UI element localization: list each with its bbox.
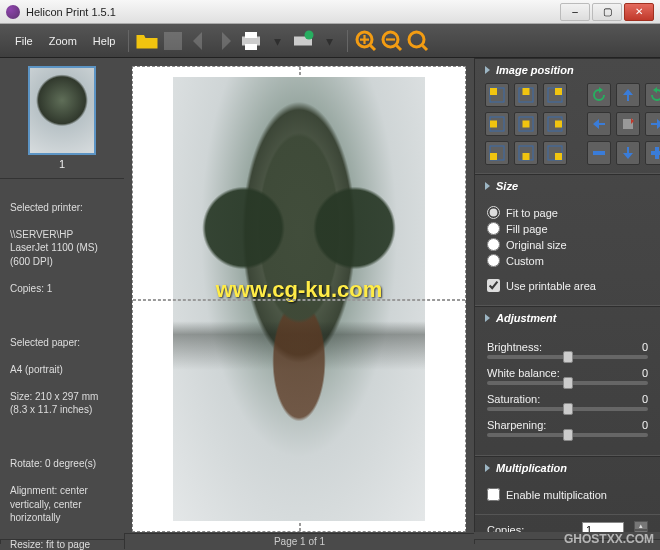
print-setup-drop-icon[interactable]: ▾ (317, 29, 341, 53)
svg-rect-0 (164, 32, 182, 50)
info-copies: Copies: 1 (10, 282, 114, 296)
rotate-ccw-icon[interactable] (587, 83, 611, 107)
svg-point-8 (409, 32, 424, 47)
print-drop-icon[interactable]: ▾ (265, 29, 289, 53)
svg-rect-10 (490, 88, 497, 95)
radio-fill[interactable]: Fill page (487, 222, 648, 235)
arrow-down-icon[interactable] (616, 141, 640, 165)
thumbnail[interactable] (28, 66, 96, 155)
radio-fit[interactable]: Fit to page (487, 206, 648, 219)
svg-rect-3 (245, 44, 257, 50)
info-printer: \\SERVER\HP LaserJet 1100 (MS) (600 DPI) (10, 228, 114, 269)
maximize-button[interactable]: ▢ (592, 3, 622, 21)
print-setup-icon[interactable] (291, 29, 315, 53)
slider-wb[interactable]: White balance:0 (487, 367, 648, 385)
svg-rect-18 (523, 121, 530, 128)
menu-help[interactable]: Help (86, 33, 123, 49)
radio-orig[interactable]: Original size (487, 238, 648, 251)
save-icon[interactable] (161, 29, 185, 53)
svg-rect-12 (523, 88, 530, 95)
align-mr[interactable] (543, 112, 567, 136)
zoom-fit-icon[interactable] (406, 29, 430, 53)
section-header-adjust[interactable]: Adjustment (475, 307, 660, 329)
align-tc[interactable] (514, 83, 538, 107)
svg-rect-22 (490, 153, 497, 160)
svg-rect-28 (593, 151, 605, 155)
chevron-down-icon (485, 464, 490, 472)
window-titlebar: Helicon Print 1.5.1 – ▢ ✕ (0, 0, 660, 24)
svg-rect-16 (490, 121, 497, 128)
left-panel: 1 Selected printer: \\SERVER\HP LaserJet… (0, 58, 124, 532)
chevron-down-icon (485, 66, 490, 74)
check-printable[interactable]: Use printable area (487, 279, 648, 292)
arrow-up-icon[interactable] (616, 83, 640, 107)
align-bc[interactable] (514, 141, 538, 165)
minus-icon[interactable] (587, 141, 611, 165)
minimize-button[interactable]: – (560, 3, 590, 21)
info-printer-hdr: Selected printer: (10, 201, 114, 215)
chevron-down-icon (485, 182, 490, 190)
svg-rect-20 (555, 121, 562, 128)
align-grid (485, 83, 567, 165)
align-tr[interactable] (543, 83, 567, 107)
svg-rect-14 (555, 88, 562, 95)
info-paper: A4 (portrait) (10, 363, 114, 377)
slider-brightness[interactable]: Brightness:0 (487, 341, 648, 359)
align-ml[interactable] (485, 112, 509, 136)
plus-icon[interactable] (645, 141, 660, 165)
info-panel: Selected printer: \\SERVER\HP LaserJet 1… (0, 178, 124, 550)
section-header-size[interactable]: Size (475, 175, 660, 197)
svg-rect-30 (655, 147, 659, 159)
rotate-cw-icon[interactable] (645, 83, 660, 107)
close-button[interactable]: ✕ (624, 3, 654, 21)
align-tl[interactable] (485, 83, 509, 107)
copies-row: Copies: ▴▾ (475, 515, 660, 532)
status-page: Page 1 of 1 (124, 533, 474, 549)
align-br[interactable] (543, 141, 567, 165)
slider-sat[interactable]: Saturation:0 (487, 393, 648, 411)
info-rotate: Rotate: 0 degree(s) (10, 457, 114, 471)
menubar: File Zoom Help ▾ ▾ (0, 24, 660, 58)
info-paper-size: Size: 210 x 297 mm (8.3 x 11.7 inches) (10, 390, 114, 417)
nudge-grid (587, 83, 660, 165)
zoom-in-icon[interactable] (354, 29, 378, 53)
reset-icon[interactable] (616, 112, 640, 136)
chevron-down-icon (485, 314, 490, 322)
svg-rect-24 (523, 153, 530, 160)
prev-icon[interactable] (187, 29, 211, 53)
copies-input[interactable] (582, 522, 624, 532)
right-panel: Image position (474, 58, 660, 532)
svg-rect-26 (555, 153, 562, 160)
watermark2-text: GHOSTXX.COM (564, 532, 654, 546)
copies-label: Copies: (487, 524, 524, 532)
print-page[interactable]: www.cg-ku.com (132, 66, 466, 532)
check-mult[interactable]: Enable multiplication (487, 488, 648, 501)
app-icon (6, 5, 20, 19)
info-align: Alignment: center vertically, center hor… (10, 484, 114, 525)
menu-zoom[interactable]: Zoom (42, 33, 84, 49)
watermark-text: www.cg-ku.com (216, 277, 383, 303)
radio-custom[interactable]: Custom (487, 254, 648, 267)
slider-sharp[interactable]: Sharpening:0 (487, 419, 648, 437)
next-icon[interactable] (213, 29, 237, 53)
svg-rect-2 (245, 32, 257, 38)
arrow-right-icon[interactable] (645, 112, 660, 136)
menu-file[interactable]: File (8, 33, 40, 49)
spin-up[interactable]: ▴ (634, 521, 648, 530)
thumbnail-label: 1 (59, 158, 65, 170)
canvas-area: www.cg-ku.com GHOSTXX.COM (124, 58, 474, 532)
svg-point-5 (305, 30, 314, 39)
zoom-out-icon[interactable] (380, 29, 404, 53)
open-folder-icon[interactable] (135, 29, 159, 53)
print-icon[interactable] (239, 29, 263, 53)
align-bl[interactable] (485, 141, 509, 165)
align-mc[interactable] (514, 112, 538, 136)
info-paper-hdr: Selected paper: (10, 336, 114, 350)
section-header-position[interactable]: Image position (475, 59, 660, 81)
section-header-mult[interactable]: Multiplication (475, 457, 660, 479)
arrow-left-icon[interactable] (587, 112, 611, 136)
window-title: Helicon Print 1.5.1 (26, 6, 560, 18)
image-preview[interactable] (173, 77, 425, 521)
